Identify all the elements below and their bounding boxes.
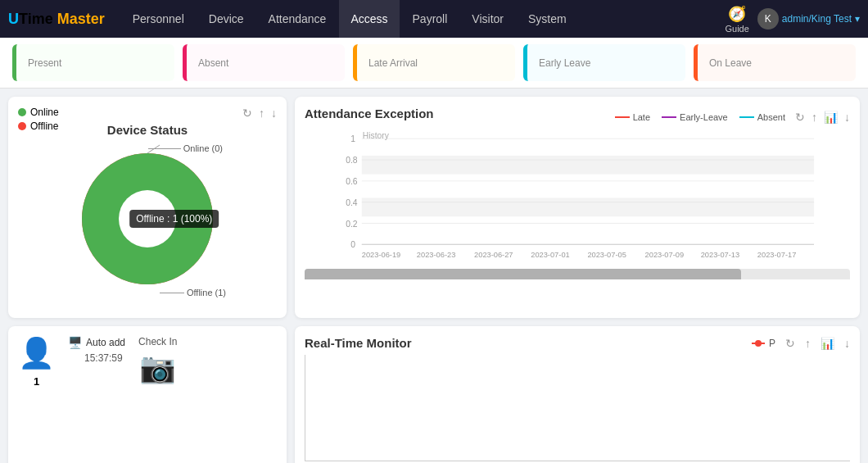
guide-label: Guide [725,24,748,34]
nav-item-device[interactable]: Device [197,0,255,38]
person-icon: 👤 [18,336,55,370]
present-label: Present [28,57,163,69]
user-count-section: 👤 1 [18,336,55,388]
chart-scrollbar[interactable] [305,269,850,279]
logo-time: Time [19,11,57,27]
auto-add-label: Auto add [86,337,125,348]
upload-icon[interactable]: ↑ [259,107,264,120]
logo: UTime Master [8,11,105,28]
absent-legend: Absent [739,112,785,122]
logo-master: Master [57,11,105,27]
offline-label: Offline [30,120,58,132]
att-download-icon[interactable]: ↓ [844,111,850,124]
svg-text:2023-06-27: 2023-06-27 [474,251,513,259]
nav-item-system[interactable]: System [517,0,578,38]
attendance-panel: Attendance Exception Late Early-Leave Ab… [295,97,860,318]
rt-chart-icon[interactable]: 📊 [821,337,834,350]
absent-label: Absent [198,57,333,69]
checkin-label: Check In [138,336,177,347]
nav-item-payroll[interactable]: Payroll [401,0,459,38]
early-line [662,116,676,118]
offline-legend-item: Offline [18,120,59,132]
svg-text:2023-06-19: 2023-06-19 [362,251,400,259]
att-upload-icon[interactable]: ↑ [811,111,817,124]
realtime-svg [305,355,850,461]
guide-button[interactable]: 🧭 Guide [725,5,748,34]
refresh-icon[interactable]: ↻ [242,107,252,120]
absent-line [739,116,754,118]
nav-menu: Personnel Device Attendance Access Payro… [121,0,726,38]
late-label: Late Arrival [368,57,504,69]
svg-text:0.4: 0.4 [346,198,358,207]
autoadd-icon: 🖥️ [68,336,82,349]
device-legend: Online Offline [18,107,59,134]
att-chart-icon[interactable]: 📊 [824,111,838,124]
device-status-title: Device Status [107,123,188,137]
navigation: UTime Master Personnel Device Attendance… [0,0,868,38]
absent-legend-label: Absent [757,112,785,122]
stat-card-late: Late Arrival [353,44,515,81]
late-legend: Late [615,112,650,122]
auto-add-row: 🖥️ Auto add [68,336,125,349]
onleave-label: On Leave [709,57,844,69]
svg-text:2023-07-01: 2023-07-01 [531,251,569,259]
online-legend-item: Online [18,107,59,118]
online-pie-label: Online (0) [148,143,223,153]
nav-item-access[interactable]: Access [339,0,399,38]
user-menu[interactable]: K admin/King Test ▾ [757,8,860,30]
auto-add-time: 15:37:59 [68,352,125,364]
svg-text:History: History [363,132,390,140]
device-status-panel: Online Offline ↻ ↑ ↓ Device Status [8,97,287,318]
early-label: Early Leave [539,57,674,69]
late-line [615,116,630,118]
camera-icon: 📷 [139,351,176,385]
attendance-header: Attendance Exception Late Early-Leave Ab… [305,107,850,127]
rt-upload-icon[interactable]: ↑ [805,337,811,350]
realtime-header: Real-Time Monitor P ↻ ↑ 📊 ↓ [305,336,850,350]
user-name: admin/King Test [782,13,852,25]
chevron-down-icon: ▾ [855,13,860,25]
nav-right: 🧭 Guide K admin/King Test ▾ [725,5,860,34]
logo-u: U [8,11,19,27]
pie-chart: Online (0) Offline (1) Offline : 1 (100%… [66,137,229,301]
rt-refresh-icon[interactable]: ↻ [785,337,795,350]
attendance-chart-area: 1 0.8 0.6 0.4 0.2 0 2023-06-19 2023- [305,132,850,279]
offline-pie-label: Offline (1) [160,288,226,297]
svg-text:0.8: 0.8 [346,156,358,165]
guide-icon: 🧭 [728,5,746,23]
user-count: 1 [34,375,39,388]
svg-text:0.2: 0.2 [346,220,358,229]
pie-svg [66,137,229,301]
attendance-chart-svg: 1 0.8 0.6 0.4 0.2 0 2023-06-19 2023- [305,132,850,263]
svg-text:2023-07-17: 2023-07-17 [757,251,796,259]
download-icon[interactable]: ↓ [271,107,277,120]
stat-cards-row: Present Absent Late Arrival Early Leave … [0,38,868,89]
offline-dot [18,122,26,130]
late-legend-label: Late [633,112,650,122]
early-legend-label: Early-Leave [680,112,728,122]
svg-text:1: 1 [350,134,355,143]
online-label: Online [30,107,59,118]
checkin-section: Check In 📷 [138,336,177,385]
svg-text:0.6: 0.6 [346,177,358,186]
realtime-panel: Real-Time Monitor P ↻ ↑ 📊 ↓ [295,326,860,463]
scroll-thumb[interactable] [305,269,741,279]
auto-add-section: 🖥️ Auto add 15:37:59 [68,336,125,364]
nav-item-personnel[interactable]: Personnel [121,0,196,38]
realtime-legend: P [752,338,775,349]
svg-text:2023-06-23: 2023-06-23 [417,251,455,259]
realtime-title: Real-Time Monitor [305,336,412,350]
stat-card-absent: Absent [183,44,345,81]
nav-item-attendance[interactable]: Attendance [257,0,338,38]
svg-text:2023-07-13: 2023-07-13 [701,251,739,259]
svg-text:2023-07-05: 2023-07-05 [587,251,626,259]
early-leave-legend: Early-Leave [662,112,728,122]
attendance-legend: Late Early-Leave Absent [615,112,785,122]
att-refresh-icon[interactable]: ↻ [795,111,805,124]
realtime-chart [305,355,850,461]
bottom-left-panel: 👤 1 🖥️ Auto add 15:37:59 Check In 📷 [8,326,287,463]
nav-item-visitor[interactable]: Visitor [460,0,515,38]
svg-rect-8 [362,198,814,217]
pie-center [119,190,176,247]
rt-download-icon[interactable]: ↓ [844,337,850,350]
